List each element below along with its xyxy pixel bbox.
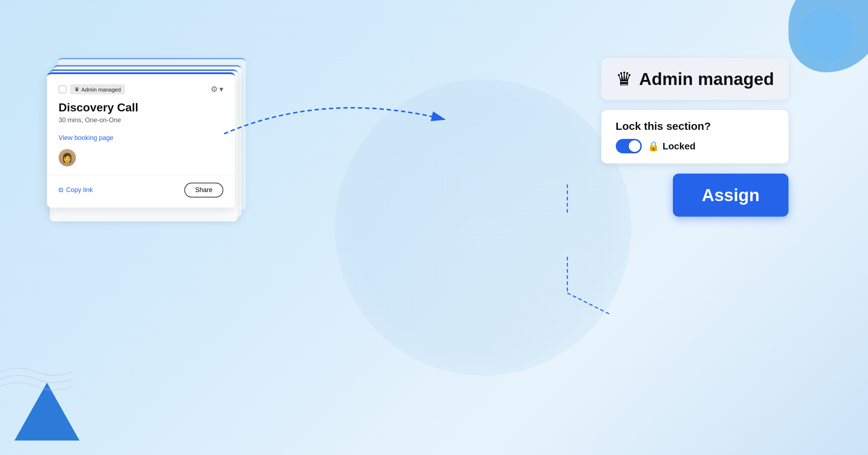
card-divider: [47, 175, 235, 175]
event-title: Discovery Call: [59, 101, 223, 114]
dot-pattern-decoration: [335, 79, 631, 376]
lock-toggle[interactable]: [616, 139, 642, 153]
chevron-down-icon: ▾: [219, 85, 223, 94]
event-subtitle: 30 mins, One-on-One: [59, 116, 223, 124]
card-footer: ⧉ Copy link Share: [59, 183, 223, 197]
wave-decoration: [0, 361, 72, 397]
crown-icon-large: ♛: [616, 68, 633, 90]
blob-decoration-2: [799, 7, 854, 61]
gear-button[interactable]: ⚙ ▾: [211, 85, 223, 94]
admin-callout-label: Admin managed: [639, 69, 774, 89]
lock-callout-title: Lock this section?: [616, 120, 774, 132]
event-checkbox[interactable]: [59, 85, 66, 93]
card-header-left: ♛ Admin managed: [59, 84, 125, 94]
event-card: ♛ Admin managed ⚙ ▾ Discovery Call 30 mi…: [47, 72, 235, 208]
copy-link-button[interactable]: ⧉ Copy link: [59, 186, 93, 194]
admin-managed-callout: ♛ Admin managed: [601, 58, 788, 100]
lock-text: Locked: [663, 141, 696, 152]
admin-badge-label: Admin managed: [81, 86, 121, 93]
crown-icon-small: ♛: [74, 86, 79, 93]
gear-icon: ⚙: [211, 85, 218, 94]
avatar-face: 👩: [59, 149, 76, 166]
share-button[interactable]: Share: [184, 183, 223, 197]
avatar-row: 👩: [59, 149, 223, 166]
card-stack: ♛ Admin managed ⚙ ▾ Discovery Call 30 mi…: [47, 72, 235, 208]
admin-badge: ♛ Admin managed: [70, 84, 125, 94]
view-booking-link[interactable]: View booking page: [59, 134, 113, 142]
lock-status-row: 🔒 Locked: [616, 139, 774, 153]
assign-button[interactable]: Assign: [673, 174, 788, 217]
copy-link-label: Copy link: [66, 186, 93, 194]
toggle-knob: [629, 140, 640, 152]
lock-label: 🔒 Locked: [648, 141, 696, 152]
copy-icon: ⧉: [59, 186, 63, 194]
callouts-panel: ♛ Admin managed Lock this section? 🔒 Loc…: [601, 58, 788, 217]
card-header: ♛ Admin managed ⚙ ▾: [59, 84, 223, 94]
avatar: 👩: [59, 149, 76, 166]
lock-icon: 🔒: [648, 141, 659, 152]
lock-section-callout: Lock this section? 🔒 Locked: [601, 110, 788, 163]
